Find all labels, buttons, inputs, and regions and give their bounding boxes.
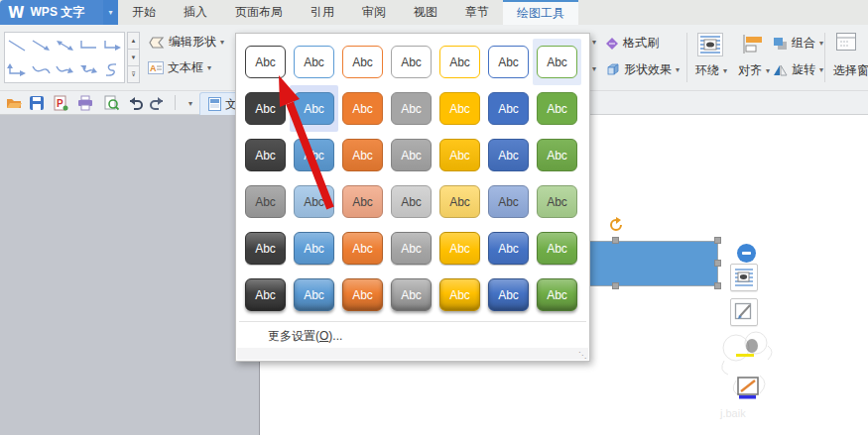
style-swatch-moderate-1[interactable]: Abc <box>241 225 290 272</box>
align-dropdown[interactable]: 对齐 ▾ <box>738 62 770 79</box>
style-swatch-intense-1[interactable]: Abc <box>241 272 290 318</box>
tab-绘图工具[interactable]: 绘图工具 <box>503 0 578 25</box>
tab-页面布局[interactable]: 页面布局 <box>221 0 297 25</box>
remove-button[interactable] <box>737 244 756 263</box>
save-button[interactable] <box>28 94 46 112</box>
tab-插入[interactable]: 插入 <box>170 0 221 25</box>
rotate-handle-icon[interactable] <box>608 217 624 236</box>
style-swatch-solid-7[interactable]: Abc <box>533 85 581 132</box>
style-swatch-light-6[interactable]: Abc <box>484 178 533 225</box>
curved-connector-tool[interactable] <box>29 57 53 82</box>
app-menu-button[interactable]: W WPS 文字 <box>0 0 103 25</box>
style-swatch-intense-5[interactable]: Abc <box>435 272 484 318</box>
style-swatch-intense-4[interactable]: Abc <box>387 272 435 318</box>
style-swatch-intense-2[interactable]: Abc <box>290 272 338 318</box>
resize-grip-icon[interactable]: ⋱ <box>578 351 586 360</box>
style-swatch-solid-5[interactable]: Abc <box>435 85 484 132</box>
print-preview-button[interactable] <box>102 94 120 112</box>
style-swatch-solid-1[interactable]: Abc <box>241 85 290 132</box>
arrow-line-tool[interactable] <box>29 33 53 57</box>
style-swatch-outline-7[interactable]: Abc <box>533 39 581 85</box>
style-swatch-intense-6[interactable]: Abc <box>484 272 533 318</box>
quickbar-dropdown-caret-icon[interactable]: ▾ <box>182 94 199 112</box>
style-swatch-moderate-6[interactable]: Abc <box>484 225 533 272</box>
style-swatch-solid-3[interactable]: Abc <box>338 85 387 132</box>
style-swatch-subtle-4[interactable]: Abc <box>387 132 435 178</box>
wps-writer-window: { "window": { "app_title": "WPS 文字", "lo… <box>0 0 868 435</box>
style-swatch-outline-3[interactable]: Abc <box>338 39 387 85</box>
gallery-more-button[interactable]: ⊽ <box>127 66 140 83</box>
rotate-button[interactable]: 旋转 ▾ <box>773 61 823 78</box>
outline-dropdown-caret-icon[interactable]: ▾ <box>592 64 596 73</box>
style-swatch-moderate-2[interactable]: Abc <box>290 225 338 272</box>
style-swatch-solid-6[interactable]: Abc <box>484 85 533 132</box>
style-swatch-intense-7[interactable]: Abc <box>533 272 581 318</box>
wrap-dropdown[interactable]: 环绕 ▾ <box>695 62 727 79</box>
format-painter-button[interactable]: 格式刷 <box>605 35 659 52</box>
style-swatch-light-4[interactable]: Abc <box>387 178 435 225</box>
style-swatch-outline-2[interactable]: Abc <box>290 39 338 85</box>
shape-effects-button[interactable]: 形状效果 ▾ <box>605 61 680 78</box>
elbow-double-arrow-connector-tool[interactable] <box>5 57 29 82</box>
freeform-curve-tool[interactable] <box>100 57 124 82</box>
open-folder-button[interactable] <box>5 94 23 112</box>
elbow-connector-tool[interactable] <box>76 33 100 57</box>
tab-开始[interactable]: 开始 <box>118 0 170 25</box>
align-button[interactable] <box>742 34 764 57</box>
elbow-arrow-connector-tool[interactable] <box>100 33 124 57</box>
app-menu-caret-icon[interactable]: ▾ <box>103 0 118 25</box>
fill-dropdown-caret-icon[interactable]: ▾ <box>592 38 596 47</box>
group-button[interactable]: 组合 ▾ <box>773 35 823 52</box>
style-swatch-subtle-6[interactable]: Abc <box>484 132 533 178</box>
tab-视图[interactable]: 视图 <box>400 0 451 25</box>
text-box-button[interactable]: A 文本框 ▾ <box>148 59 211 76</box>
style-swatch-subtle-3[interactable]: Abc <box>338 132 387 178</box>
redo-button[interactable] <box>149 94 167 112</box>
print-button[interactable] <box>76 94 94 112</box>
resize-handle-bottom-right[interactable] <box>714 282 721 289</box>
style-swatch-outline-5[interactable]: Abc <box>435 39 484 85</box>
double-arrow-line-tool[interactable] <box>53 33 76 57</box>
gallery-scroll-down-button[interactable]: ▼ <box>127 50 140 66</box>
style-swatch-outline-6[interactable]: Abc <box>484 39 533 85</box>
style-swatch-outline-4[interactable]: Abc <box>387 39 435 85</box>
style-swatch-light-7[interactable]: Abc <box>533 178 581 225</box>
style-swatch-light-1[interactable]: Abc <box>241 178 290 225</box>
selection-pane-label-wrap[interactable]: 选择窗格 <box>833 62 868 79</box>
tab-章节[interactable]: 章节 <box>451 0 503 25</box>
style-swatch-moderate-5[interactable]: Abc <box>435 225 484 272</box>
wrap-layout-button[interactable] <box>730 264 758 291</box>
style-swatch-light-5[interactable]: Abc <box>435 178 484 225</box>
swatch-label: Abc <box>304 102 324 116</box>
style-swatch-moderate-4[interactable]: Abc <box>387 225 435 272</box>
more-settings-menu-item[interactable]: 更多设置(O)... <box>238 323 587 349</box>
resize-handle-top[interactable] <box>612 237 619 244</box>
export-pdf-button[interactable]: P <box>52 94 69 112</box>
style-swatch-solid-4[interactable]: Abc <box>387 85 435 132</box>
style-swatch-outline-1[interactable]: Abc <box>241 39 290 85</box>
resize-handle-top-right[interactable] <box>714 237 721 244</box>
wrap-button[interactable] <box>697 33 723 59</box>
resize-handle-bottom[interactable] <box>612 282 619 289</box>
curved-arrow-connector-tool[interactable] <box>53 57 76 82</box>
style-swatch-subtle-1[interactable]: Abc <box>241 132 290 178</box>
style-swatch-subtle-2[interactable]: Abc <box>290 132 338 178</box>
style-swatch-moderate-3[interactable]: Abc <box>338 225 387 272</box>
style-swatch-light-2[interactable]: Abc <box>290 178 338 225</box>
undo-button[interactable] <box>126 94 144 112</box>
style-swatch-subtle-5[interactable]: Abc <box>435 132 484 178</box>
style-swatch-moderate-7[interactable]: Abc <box>533 225 581 272</box>
selection-pane-button[interactable] <box>836 33 856 54</box>
style-swatch-subtle-7[interactable]: Abc <box>533 132 581 178</box>
tab-审阅[interactable]: 审阅 <box>348 0 400 25</box>
tab-引用[interactable]: 引用 <box>297 0 348 25</box>
diagonal-line-tool[interactable] <box>5 33 29 57</box>
edit-shape-button[interactable]: 编辑形状 ▾ <box>148 34 224 51</box>
style-swatch-light-3[interactable]: Abc <box>338 178 387 225</box>
style-swatch-solid-2[interactable]: Abc <box>290 85 338 132</box>
resize-handle-right[interactable] <box>714 260 721 267</box>
style-swatch-intense-3[interactable]: Abc <box>338 272 387 318</box>
edit-style-button[interactable] <box>730 298 758 326</box>
gallery-scroll-up-button[interactable]: ▲ <box>127 32 140 50</box>
curved-double-arrow-connector-tool[interactable] <box>76 57 100 82</box>
